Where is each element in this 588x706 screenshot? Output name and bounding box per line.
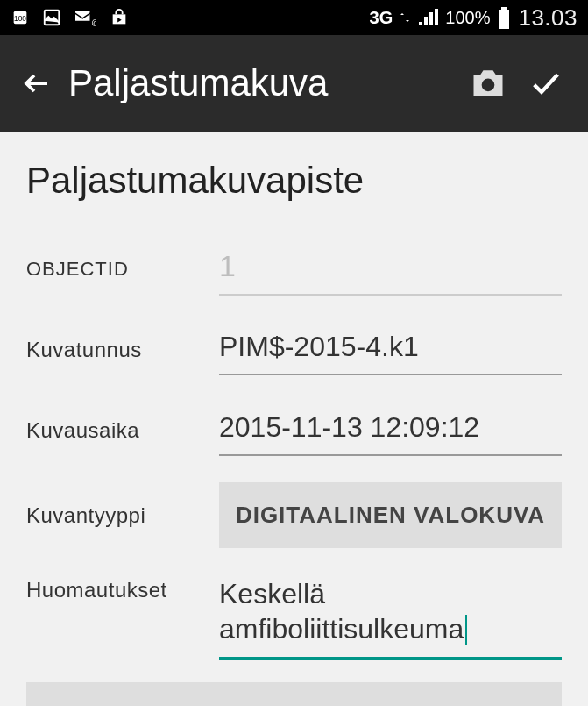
field-kuvantyyppi-dropdown[interactable]: DIGITAALINEN VALOKUVA [219, 482, 562, 548]
field-kuvatunnus[interactable]: PIM$-2015-4.k1 [219, 325, 562, 375]
network-type-label: 3G [370, 8, 393, 28]
row-huomautukset: Huomautukset Keskellä amfiboliittisulkeu… [26, 571, 562, 660]
field-huomautukset[interactable]: Keskellä amfiboliittisulkeuma [219, 571, 562, 660]
content-area: Paljastumakuvapiste OBJECTID 1 Kuvatunnu… [0, 132, 588, 706]
field-objectid: 1 [219, 244, 562, 296]
battery-100-icon: 100 [11, 8, 30, 27]
label-kuvatunnus: Kuvatunnus [26, 338, 219, 362]
mail-sync-icon: @ [74, 8, 96, 27]
camera-icon [469, 66, 507, 101]
label-objectid: OBJECTID [26, 258, 219, 281]
row-kuvatunnus: Kuvatunnus PIM$-2015-4.k1 [26, 321, 562, 379]
svg-point-6 [482, 79, 495, 92]
back-button[interactable] [18, 64, 56, 103]
svg-text:100: 100 [14, 15, 26, 23]
confirm-button[interactable] [521, 59, 570, 108]
svg-rect-4 [499, 10, 509, 29]
label-kuvausaika: Kuvausaika [26, 418, 219, 443]
image-icon [42, 8, 61, 27]
page-title: Paljastumakuvapiste [26, 160, 562, 202]
play-store-icon [109, 8, 130, 27]
data-arrows-icon [400, 10, 410, 25]
label-kuvantyyppi: Kuvantyyppi [26, 503, 219, 528]
status-bar: 100 @ 3G 100% 13.03 [0, 0, 588, 35]
save-button[interactable]: TALLENNA [26, 682, 562, 706]
battery-icon [497, 6, 511, 29]
battery-percent-label: 100% [445, 8, 490, 28]
svg-text:@: @ [91, 18, 96, 27]
row-objectid: OBJECTID 1 [26, 240, 562, 298]
signal-icon [417, 8, 438, 27]
field-kuvausaika[interactable]: 2015-11-13 12:09:12 [219, 406, 562, 456]
arrow-left-icon [21, 68, 53, 99]
row-kuvausaika: Kuvausaika 2015-11-13 12:09:12 [26, 402, 562, 460]
camera-button[interactable] [464, 59, 513, 108]
text-cursor [465, 615, 467, 645]
field-huomautukset-text: Keskellä amfiboliittisulkeuma [219, 578, 464, 645]
svg-rect-5 [501, 7, 507, 10]
app-bar-title: Paljastumakuva [68, 62, 455, 104]
app-bar: Paljastumakuva [0, 35, 588, 132]
checkmark-icon [525, 66, 567, 101]
row-kuvantyyppi: Kuvantyyppi DIGITAALINEN VALOKUVA [26, 482, 562, 548]
clock-label: 13.03 [518, 4, 577, 32]
label-huomautukset: Huomautukset [26, 571, 219, 603]
